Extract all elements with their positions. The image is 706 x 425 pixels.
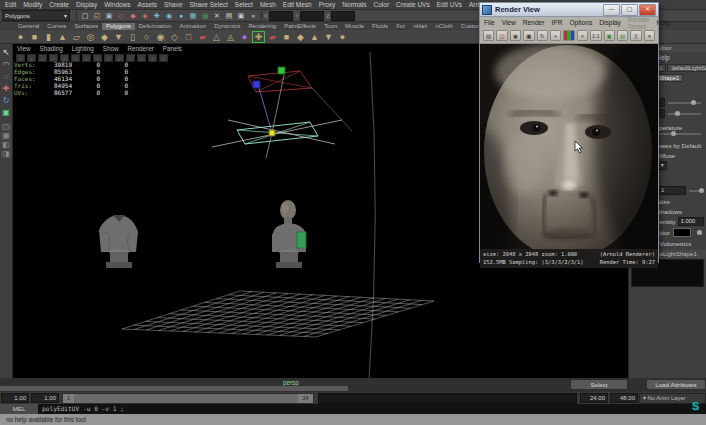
menu-item[interactable]: Create UVs — [396, 1, 430, 8]
time-slider-track[interactable] — [318, 393, 577, 404]
shelf-tab[interactable]: Surfaces — [70, 23, 102, 30]
poly-combine-icon[interactable]: ▲ — [308, 31, 321, 43]
select-hierarchy-icon[interactable]: ◇ — [116, 11, 127, 21]
command-language-toggle[interactable]: MEL — [0, 404, 38, 414]
poly-bridge-icon[interactable]: ▰ — [266, 31, 279, 43]
command-input[interactable]: polyEditUV -u 0 -v 1 ; — [38, 404, 706, 414]
close-button[interactable]: ✕ — [639, 4, 656, 16]
select-tool-icon[interactable]: ↖ — [1, 47, 12, 58]
menu-item[interactable]: Assets — [138, 1, 158, 8]
menu-item[interactable]: Select — [235, 1, 253, 8]
render-view-menu-item[interactable]: File — [484, 19, 495, 26]
menu-item[interactable]: Proxy — [319, 1, 336, 8]
snap-grid-icon[interactable]: ✚ — [152, 11, 163, 21]
construction-history-icon[interactable]: ✕ — [212, 11, 223, 21]
rgb-channels-icon[interactable] — [563, 30, 574, 41]
sphere-projection-icon[interactable]: ● — [238, 31, 251, 43]
time-slider[interactable] — [0, 386, 348, 391]
shadow-color-swatch[interactable] — [673, 228, 691, 237]
shelf-tab[interactable]: nHair — [409, 23, 431, 30]
transform-input[interactable] — [300, 11, 324, 21]
attr-tab[interactable]: defaultLightSet — [667, 64, 706, 72]
selected-green-object[interactable] — [297, 232, 306, 248]
ipr-render-icon[interactable]: ▣ — [236, 11, 247, 21]
range-bar[interactable] — [74, 394, 298, 403]
poly-extrude-icon[interactable]: ✚ — [252, 31, 265, 43]
poly-helix-icon[interactable]: ○ — [140, 31, 153, 43]
menu-item[interactable]: Display — [76, 1, 97, 8]
menu-item[interactable]: Color — [374, 1, 390, 8]
samples-field[interactable]: 1 — [658, 186, 686, 195]
platonic-solids-icon[interactable]: ◇ — [168, 31, 181, 43]
menu-item[interactable]: Modify — [23, 1, 42, 8]
menu-item[interactable]: Shave Select — [190, 1, 228, 8]
range-slider[interactable]: 1 24 — [62, 393, 314, 404]
shelf-tab[interactable]: Dynamics — [210, 23, 244, 30]
shelf-tab[interactable]: Animation — [175, 23, 210, 30]
render-view-menu-item[interactable]: IPR — [551, 19, 562, 26]
snap-point-icon[interactable]: ● — [176, 11, 187, 21]
yellow-center-handle[interactable] — [269, 130, 275, 136]
render-view-menu-item[interactable]: Display — [599, 19, 621, 26]
transform-input[interactable] — [331, 11, 355, 21]
keep-image-icon[interactable]: ▣ — [604, 30, 615, 41]
poly-prism-icon[interactable]: ◆ — [98, 31, 111, 43]
animation-start-field[interactable]: 1.00 — [1, 393, 29, 403]
shelf-tab[interactable]: Deformation — [135, 23, 176, 30]
shelf-tab[interactable]: Rendering — [244, 23, 280, 30]
poly-mirror-icon[interactable]: ◆ — [294, 31, 307, 43]
poly-torus-icon[interactable]: ◎ — [84, 31, 97, 43]
menu-item[interactable]: Shave — [164, 1, 182, 8]
render-settings-icon[interactable]: ● — [248, 11, 259, 21]
render-region-icon[interactable]: ◳ — [496, 30, 507, 41]
playback-end-field[interactable]: 24.00 — [580, 393, 608, 403]
samples-slider[interactable] — [689, 190, 701, 192]
poly-smooth-icon[interactable]: □ — [182, 31, 195, 43]
render-view-menu-item[interactable]: Render — [523, 19, 545, 26]
area-light-manipulator[interactable] — [212, 67, 352, 158]
render-frame-icon[interactable]: ▤ — [224, 11, 235, 21]
shelf-tab[interactable]: Polygons — [102, 23, 135, 30]
render-view-window[interactable]: Render View — ▢ ✕ FileViewRenderIPROptio… — [479, 2, 659, 263]
lasso-tool-icon[interactable]: ◠ — [1, 59, 12, 70]
menu-item[interactable]: Windows — [104, 1, 130, 8]
load-attributes-button[interactable]: Load Attributes — [646, 379, 706, 390]
help-menu[interactable]: Help — [656, 19, 670, 26]
four-pane-layout-icon[interactable]: ▦ — [1, 132, 11, 140]
alpha-channel-icon[interactable]: ● — [577, 30, 588, 41]
transform-input[interactable] — [269, 11, 293, 21]
new-scene-icon[interactable]: ▢ — [80, 11, 91, 21]
animation-end-field[interactable]: 48.00 — [610, 393, 638, 403]
intensity-slider[interactable] — [668, 113, 701, 115]
scale-tool-icon[interactable]: ▣ — [1, 107, 12, 118]
poly-cleanup-icon[interactable]: △ — [210, 31, 223, 43]
menu-item[interactable]: Edit UVs — [437, 1, 462, 8]
poly-separate-icon[interactable]: ▼ — [322, 31, 335, 43]
shelf-tab[interactable]: Fluids — [368, 23, 392, 30]
menu-item[interactable]: Edit Mesh — [283, 1, 312, 8]
poly-cone-icon[interactable]: ▲ — [56, 31, 69, 43]
render-view-menu-item[interactable]: Options — [569, 19, 592, 26]
ipr-render-icon[interactable]: ▣ — [523, 30, 534, 41]
shelf-tab[interactable]: Curves — [43, 23, 70, 30]
poly-soccer-ball-icon[interactable]: ◉ — [154, 31, 167, 43]
shelf-tab[interactable]: Toon — [320, 23, 341, 30]
shadow-density-field[interactable]: 1.000 — [678, 217, 704, 226]
save-scene-icon[interactable]: ▣ — [104, 11, 115, 21]
paint-select-tool-icon[interactable]: ◌ — [1, 71, 12, 82]
rotate-tool-icon[interactable]: ↻ — [1, 95, 12, 106]
maximize-button[interactable]: ▢ — [621, 4, 638, 16]
bust-left[interactable] — [99, 215, 138, 268]
shelf-tab[interactable]: PaintEffects — [280, 23, 320, 30]
rendered-image[interactable] — [480, 44, 658, 249]
poly-sphere-icon[interactable]: ● — [14, 31, 27, 43]
green-handle[interactable] — [278, 67, 285, 74]
shelf-tab[interactable]: nCloth — [431, 23, 456, 30]
poly-triangulate-icon[interactable]: ◬ — [224, 31, 237, 43]
playback-start-field[interactable]: 1.00 — [31, 393, 59, 403]
select-component-icon[interactable]: ◈ — [140, 11, 151, 21]
pan-zoom-icon[interactable]: + — [550, 30, 561, 41]
pause-ipr-icon[interactable]: || — [630, 30, 641, 41]
render-settings-icon[interactable]: ● — [644, 30, 655, 41]
range-end-handle[interactable]: 24 — [298, 394, 313, 403]
